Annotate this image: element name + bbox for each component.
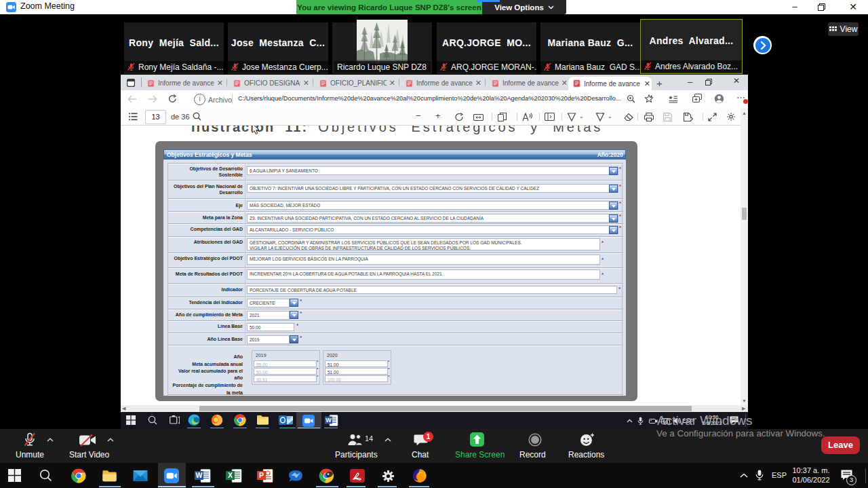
svg-text:P: P [259,471,264,479]
svg-text:W: W [326,417,332,424]
svg-text:X: X [228,471,233,479]
svg-text:W: W [196,471,203,479]
